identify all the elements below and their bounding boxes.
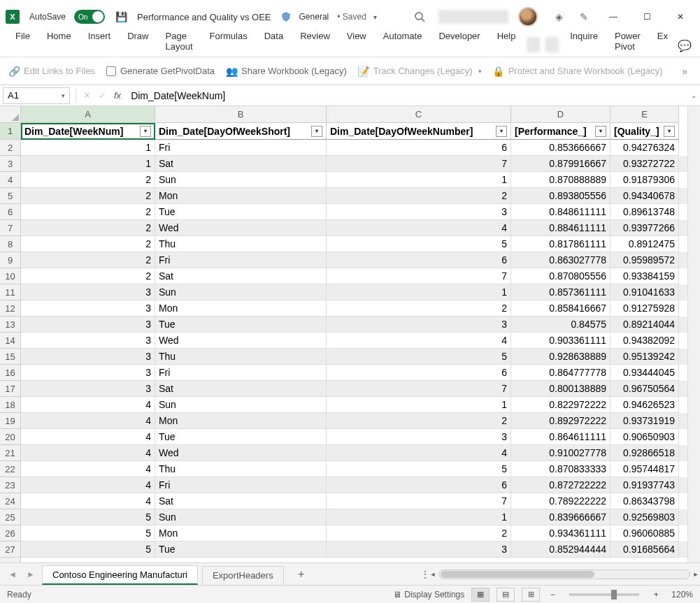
table-cell[interactable]: 0.91879306 xyxy=(610,172,679,188)
autosave-toggle[interactable]: On xyxy=(74,10,105,24)
table-cell[interactable]: 0.934361111 xyxy=(511,525,610,542)
table-cell[interactable]: Tue xyxy=(155,317,327,333)
table-cell[interactable]: 2 xyxy=(21,236,155,252)
table-cell[interactable]: 4 xyxy=(21,461,155,477)
row-header-17[interactable]: 17 xyxy=(0,381,21,397)
table-cell[interactable]: 0.858416667 xyxy=(511,300,610,317)
filter-dropdown-icon[interactable]: ▾ xyxy=(140,126,151,137)
checkbox-icon[interactable] xyxy=(106,66,116,76)
column-header-C[interactable]: C xyxy=(327,106,511,123)
table-cell[interactable]: Thu xyxy=(155,236,327,252)
table-cell[interactable]: Sat xyxy=(155,381,327,397)
share-workbook-button[interactable]: 👥 Share Workbook (Legacy) xyxy=(226,66,347,77)
table-cell[interactable]: 3 xyxy=(21,365,155,381)
table-cell[interactable]: 0.94382092 xyxy=(610,333,679,349)
table-cell[interactable]: 0.817861111 xyxy=(511,236,610,252)
table-cell[interactable]: Wed xyxy=(155,220,327,236)
table-cell[interactable]: 1 xyxy=(21,140,155,156)
table-cell[interactable]: 0.89214044 xyxy=(610,317,679,333)
table-cell[interactable]: Sat xyxy=(155,493,327,509)
table-cell[interactable]: 1 xyxy=(327,397,511,413)
sheet-nav-next-icon[interactable]: ► xyxy=(24,567,38,581)
table-cell[interactable]: 1 xyxy=(327,284,511,300)
add-sheet-button[interactable]: + xyxy=(294,567,309,582)
table-cell[interactable]: Tue xyxy=(155,429,327,445)
generate-pivot-checkbox[interactable]: Generate GetPivotData xyxy=(106,66,215,76)
table-cell[interactable]: Mon xyxy=(155,525,327,542)
table-cell[interactable]: 5 xyxy=(21,525,155,542)
row-header-24[interactable]: 24 xyxy=(0,493,21,509)
scroll-right-icon[interactable]: ► xyxy=(691,570,700,579)
table-cell[interactable]: Fri xyxy=(155,252,327,268)
table-cell[interactable]: 5 xyxy=(327,461,511,477)
table-cell[interactable]: 0.870805556 xyxy=(511,268,610,284)
table-cell[interactable]: 0.852944444 xyxy=(511,542,610,558)
ribbon-tab-insert[interactable]: Insert xyxy=(80,26,120,57)
table-cell[interactable]: 0.864611111 xyxy=(511,429,610,445)
table-cell[interactable]: 3 xyxy=(21,333,155,349)
table-cell[interactable]: 0.95139242 xyxy=(610,349,679,365)
table-cell[interactable]: 1 xyxy=(327,509,511,525)
table-cell[interactable]: 0.789222222 xyxy=(511,493,610,509)
page-break-view-button[interactable]: ⊞ xyxy=(522,588,540,602)
table-cell[interactable]: Mon xyxy=(155,413,327,429)
table-header-cell[interactable]: [Performance_]▾ xyxy=(511,123,610,140)
table-cell[interactable]: 3 xyxy=(21,300,155,317)
ribbon-tab-formulas[interactable]: Formulas xyxy=(201,26,256,57)
table-cell[interactable]: 3 xyxy=(327,542,511,558)
fx-icon[interactable]: fx xyxy=(114,90,121,101)
table-cell[interactable]: 2 xyxy=(327,413,511,429)
maximize-button[interactable]: ☐ xyxy=(633,6,661,28)
table-cell[interactable]: 5 xyxy=(21,509,155,525)
table-cell[interactable]: 0.839666667 xyxy=(511,509,610,525)
row-header-1[interactable]: 1 xyxy=(0,123,21,140)
table-cell[interactable]: Tue xyxy=(155,204,327,220)
table-cell[interactable]: 0.893805556 xyxy=(511,188,610,204)
row-header-14[interactable]: 14 xyxy=(0,333,21,349)
table-cell[interactable]: 0.93731919 xyxy=(610,413,679,429)
table-cell[interactable]: 7 xyxy=(327,156,511,172)
zoom-slider-thumb[interactable] xyxy=(611,590,617,600)
table-cell[interactable]: Fri xyxy=(155,365,327,381)
table-cell[interactable]: 7 xyxy=(327,493,511,509)
vertical-scrollbar[interactable] xyxy=(687,106,700,562)
row-header-3[interactable]: 3 xyxy=(0,156,21,172)
ribbon-tab-data[interactable]: Data xyxy=(256,26,292,57)
column-header-E[interactable]: E xyxy=(610,106,679,123)
ribbon-tab-ex[interactable]: Ex xyxy=(649,26,676,57)
row-header-22[interactable]: 22 xyxy=(0,461,21,477)
row-header-19[interactable]: 19 xyxy=(0,413,21,429)
table-cell[interactable]: 0.91275928 xyxy=(610,300,679,317)
search-icon[interactable] xyxy=(412,9,427,24)
filter-dropdown-icon[interactable]: ▾ xyxy=(664,126,675,137)
row-header-13[interactable]: 13 xyxy=(0,317,21,333)
table-cell[interactable]: 4 xyxy=(21,397,155,413)
table-cell[interactable]: 0.93977266 xyxy=(610,220,679,236)
name-box-dropdown-icon[interactable]: ▾ xyxy=(62,92,65,99)
table-cell[interactable]: 4 xyxy=(327,445,511,461)
sensitivity-label[interactable]: General xyxy=(299,12,329,22)
table-cell[interactable]: 2 xyxy=(327,300,511,317)
table-cell[interactable]: 0.910027778 xyxy=(511,445,610,461)
table-cell[interactable]: 0.863027778 xyxy=(511,252,610,268)
row-header-20[interactable]: 20 xyxy=(0,429,21,445)
saved-dropdown-icon[interactable]: ▾ xyxy=(373,13,377,21)
table-cell[interactable]: 0.92866518 xyxy=(610,445,679,461)
comments-icon[interactable]: 💬 xyxy=(676,37,693,54)
table-cell[interactable]: 3 xyxy=(21,349,155,365)
ribbon-tab-draw[interactable]: Draw xyxy=(119,26,157,57)
table-cell[interactable]: 4 xyxy=(21,445,155,461)
row-header-25[interactable]: 25 xyxy=(0,509,21,525)
save-icon[interactable]: 💾 xyxy=(115,10,127,23)
table-cell[interactable]: 7 xyxy=(327,381,511,397)
row-header-6[interactable]: 6 xyxy=(0,204,21,220)
table-cell[interactable]: 1 xyxy=(327,172,511,188)
spreadsheet-grid[interactable]: ABCDE 1234567891011121314151617181920212… xyxy=(0,106,700,562)
ribbon-tab-file[interactable]: File xyxy=(7,26,38,57)
row-header-8[interactable]: 8 xyxy=(0,236,21,252)
table-cell[interactable]: 0.92569803 xyxy=(610,509,679,525)
row-header-4[interactable]: 4 xyxy=(0,172,21,188)
table-cell[interactable]: 0.928638889 xyxy=(511,349,610,365)
row-header-26[interactable]: 26 xyxy=(0,525,21,542)
sheet-tab-active[interactable]: Contoso Engineering Manufacturi xyxy=(42,565,198,585)
